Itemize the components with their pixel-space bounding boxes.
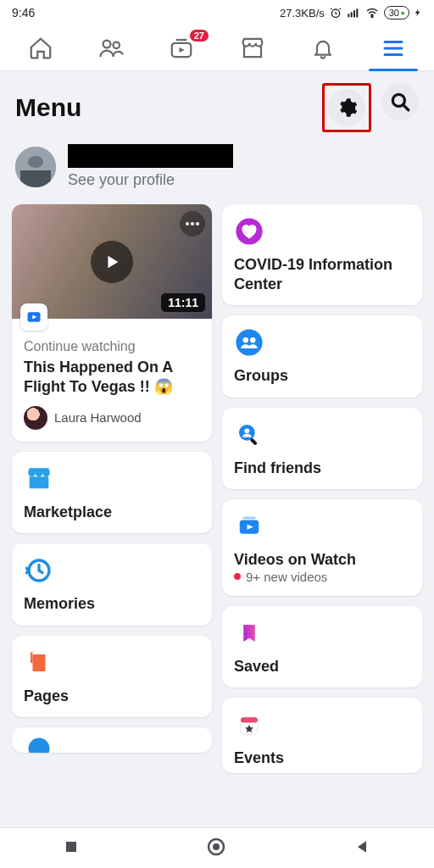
bell-icon bbox=[311, 36, 335, 61]
card-marketplace[interactable]: Marketplace bbox=[12, 452, 212, 534]
search-button[interactable] bbox=[381, 83, 419, 120]
video-subtitle: Continue watching bbox=[24, 339, 200, 354]
svg-point-21 bbox=[29, 738, 50, 754]
card-label: COVID-19 Information Center bbox=[234, 255, 410, 293]
tab-menu[interactable] bbox=[359, 25, 429, 70]
top-tab-bar: 27 bbox=[0, 25, 434, 71]
svg-point-27 bbox=[244, 428, 249, 433]
video-options-button[interactable] bbox=[180, 211, 205, 236]
card-label: Events bbox=[234, 748, 410, 768]
friends-icon bbox=[97, 36, 125, 61]
nav-home[interactable] bbox=[206, 837, 226, 860]
svg-rect-17 bbox=[30, 476, 49, 488]
video-thumbnail[interactable]: 11:11 bbox=[12, 204, 212, 319]
svg-point-35 bbox=[213, 843, 220, 850]
svg-rect-1 bbox=[348, 14, 349, 17]
card-find-friends[interactable]: Find friends bbox=[222, 408, 422, 490]
svg-point-23 bbox=[236, 329, 262, 355]
svg-point-14 bbox=[191, 222, 194, 225]
author-name: Laura Harwood bbox=[54, 410, 142, 425]
profile-avatar bbox=[15, 147, 56, 187]
menu-header: Menu bbox=[0, 71, 434, 141]
card-videos[interactable]: Videos on Watch 9+ new videos bbox=[222, 499, 422, 596]
tab-friends[interactable] bbox=[75, 25, 146, 70]
events-icon bbox=[234, 709, 264, 740]
charging-icon bbox=[414, 6, 422, 19]
grid-left-column: 11:11 Continue watching This Happened On… bbox=[12, 204, 212, 753]
signal-icon bbox=[347, 6, 360, 19]
svg-point-24 bbox=[242, 337, 248, 343]
continue-watching-card[interactable]: 11:11 Continue watching This Happened On… bbox=[12, 204, 212, 442]
memories-icon bbox=[24, 555, 54, 586]
partial-icon bbox=[24, 736, 54, 753]
svg-rect-20 bbox=[31, 652, 33, 663]
search-icon bbox=[389, 91, 411, 113]
card-label: Videos on Watch bbox=[234, 550, 410, 570]
svg-point-5 bbox=[371, 16, 373, 18]
card-groups[interactable]: Groups bbox=[222, 315, 422, 398]
square-icon bbox=[64, 839, 79, 854]
status-bar: 9:46 27.3KB/s 30⦁ bbox=[0, 0, 434, 25]
watch-badge: 27 bbox=[188, 28, 210, 43]
profile-name-redacted bbox=[68, 144, 233, 168]
svg-point-11 bbox=[28, 156, 43, 168]
video-title: This Happened On A Flight To Vegas !! 😱 bbox=[24, 358, 200, 398]
svg-point-13 bbox=[186, 222, 189, 225]
saved-icon bbox=[234, 618, 264, 648]
svg-rect-3 bbox=[353, 10, 355, 17]
nav-recent[interactable] bbox=[64, 839, 79, 858]
card-label: Groups bbox=[234, 366, 410, 386]
author-avatar bbox=[24, 406, 47, 430]
play-icon bbox=[103, 253, 121, 271]
card-label: Find friends bbox=[234, 459, 410, 478]
svg-rect-19 bbox=[33, 654, 46, 671]
wifi-icon bbox=[364, 6, 380, 19]
battery-indicator: 30⦁ bbox=[384, 6, 409, 19]
svg-rect-12 bbox=[20, 170, 51, 187]
svg-point-6 bbox=[103, 40, 111, 47]
card-saved[interactable]: Saved bbox=[222, 606, 422, 688]
settings-button[interactable] bbox=[328, 89, 365, 126]
profile-text: See your profile bbox=[68, 144, 233, 189]
svg-rect-33 bbox=[66, 842, 76, 852]
covid-icon bbox=[234, 216, 264, 247]
settings-highlight bbox=[322, 83, 371, 132]
videos-sub-text: 9+ new videos bbox=[246, 570, 327, 584]
system-nav-bar bbox=[0, 827, 434, 868]
svg-rect-2 bbox=[350, 12, 352, 17]
card-sublabel: 9+ new videos bbox=[234, 570, 410, 584]
circle-icon bbox=[206, 837, 226, 857]
menu-grid: 11:11 Continue watching This Happened On… bbox=[0, 204, 434, 773]
video-author-row[interactable]: Laura Harwood bbox=[24, 406, 200, 430]
status-net-speed: 27.3KB/s bbox=[280, 7, 325, 19]
hamburger-icon bbox=[381, 36, 406, 61]
find-friends-icon bbox=[234, 420, 264, 450]
status-right: 27.3KB/s 30⦁ bbox=[280, 6, 422, 19]
tab-watch[interactable]: 27 bbox=[147, 25, 217, 70]
svg-point-25 bbox=[250, 337, 256, 343]
nav-back[interactable] bbox=[353, 838, 370, 859]
play-button[interactable] bbox=[91, 241, 133, 283]
card-partial-left[interactable] bbox=[12, 727, 212, 753]
svg-rect-28 bbox=[250, 437, 258, 445]
dots-icon bbox=[185, 221, 200, 226]
battery-percent: 30 bbox=[389, 7, 399, 19]
home-icon bbox=[28, 36, 53, 61]
alarm-icon bbox=[329, 6, 342, 19]
tab-notifications[interactable] bbox=[287, 25, 358, 70]
card-memories[interactable]: Memories bbox=[12, 543, 212, 626]
groups-icon bbox=[234, 327, 264, 358]
card-pages[interactable]: Pages bbox=[12, 636, 212, 718]
card-covid[interactable]: COVID-19 Information Center bbox=[222, 204, 422, 305]
card-events[interactable]: Events bbox=[222, 698, 422, 773]
svg-point-15 bbox=[196, 222, 199, 225]
tab-marketplace[interactable] bbox=[217, 25, 287, 70]
marketplace-icon bbox=[24, 464, 54, 494]
tab-home[interactable] bbox=[5, 25, 75, 70]
card-label: Memories bbox=[24, 594, 200, 614]
svg-rect-30 bbox=[243, 517, 256, 520]
profile-row[interactable]: See your profile bbox=[0, 141, 434, 204]
pages-icon bbox=[24, 648, 54, 678]
active-tab-indicator bbox=[369, 69, 418, 71]
status-time: 9:46 bbox=[12, 6, 35, 19]
